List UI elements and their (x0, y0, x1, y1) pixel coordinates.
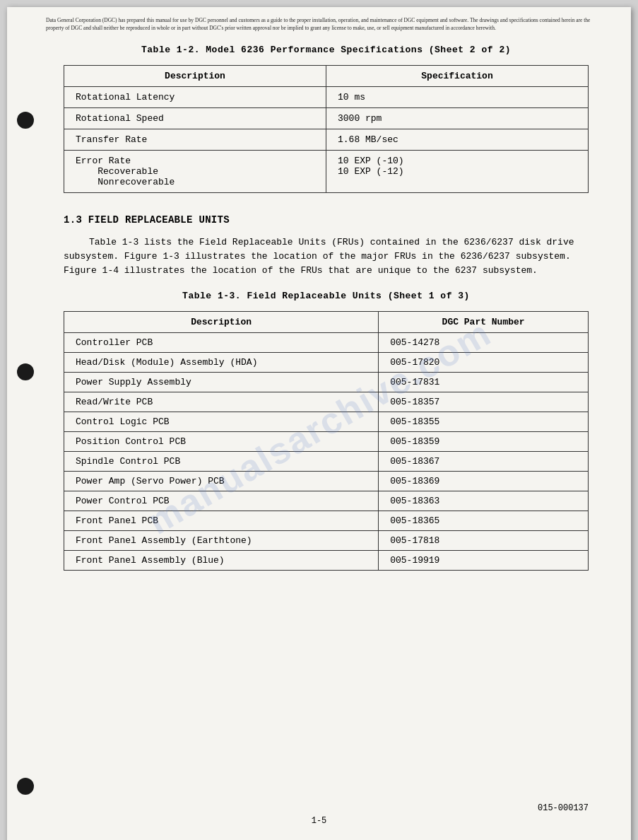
section-heading: 1.3 FIELD REPLACEABLE UNITS (64, 214, 589, 226)
table-row: Controller PCB005-14278 (64, 333, 589, 353)
table-row: Rotational Latency 10 ms (64, 87, 589, 108)
footer-doc-number: 015-000137 (7, 803, 631, 813)
table1-title: Table 1-2. Model 6236 Performance Specif… (64, 45, 589, 55)
spec-desc-1: Rotational Latency (64, 87, 326, 108)
footer-page-number: 1-5 (7, 816, 631, 826)
fru-desc-10: Front Panel Assembly (Earthtone) (64, 531, 379, 551)
spec-table-header-desc: Description (64, 66, 326, 87)
spec-desc-3: Transfer Rate (64, 129, 326, 151)
spec-val-2: 3000 rpm (326, 108, 589, 129)
table-row: Front Panel PCB005-18365 (64, 511, 589, 531)
table-row: Rotational Speed 3000 rpm (64, 108, 589, 129)
table-row: Position Control PCB005-18359 (64, 432, 589, 452)
fru-desc-8: Power Control PCB (64, 491, 379, 511)
fru-desc-6: Spindle Control PCB (64, 452, 379, 472)
fru-desc-0: Controller PCB (64, 333, 379, 353)
fru-table-header-part: DGC Part Number (379, 312, 589, 333)
section-body-text: Table 1-3 lists the Field Replaceable Un… (64, 235, 589, 278)
header-notice: Data General Corporation (DGC) has prepa… (7, 7, 631, 37)
fru-desc-5: Position Control PCB (64, 432, 379, 452)
table-row: Front Panel Assembly (Blue)005-19919 (64, 551, 589, 571)
table-row: Control Logic PCB005-18355 (64, 412, 589, 432)
footer-area: 015-000137 1-5 (7, 803, 631, 826)
fru-desc-2: Power Supply Assembly (64, 373, 379, 392)
spec-val-1: 10 ms (326, 87, 589, 108)
content-area: Table 1-2. Model 6236 Performance Specif… (7, 45, 631, 599)
table-row: Front Panel Assembly (Earthtone)005-1781… (64, 531, 589, 551)
fru-part-4: 005-18355 (379, 412, 589, 432)
bullet-dot-1 (17, 112, 34, 129)
fru-part-0: 005-14278 (379, 333, 589, 353)
bullet-dot-2 (17, 363, 34, 380)
spec-desc-4: Error Rate Recoverable Nonrecoverable (64, 151, 326, 193)
fru-part-2: 005-17831 (379, 373, 589, 392)
fru-part-6: 005-18367 (379, 452, 589, 472)
table-row: Power Amp (Servo Power) PCB005-18369 (64, 472, 589, 491)
fru-part-7: 005-18369 (379, 472, 589, 491)
spec-val-3: 1.68 MB/sec (326, 129, 589, 151)
table-row: Read/Write PCB005-18357 (64, 392, 589, 412)
spec-val-4: 10 EXP (-10) 10 EXP (-12) (326, 151, 589, 193)
fru-part-11: 005-19919 (379, 551, 589, 571)
table-row: Transfer Rate 1.68 MB/sec (64, 129, 589, 151)
fru-part-10: 005-17818 (379, 531, 589, 551)
table-row: Power Control PCB005-18363 (64, 491, 589, 511)
page: manualsarchive.com Data General Corporat… (7, 7, 631, 840)
fru-desc-9: Front Panel PCB (64, 511, 379, 531)
fru-part-9: 005-18365 (379, 511, 589, 531)
bullet-dot-3 (17, 778, 34, 795)
fru-desc-11: Front Panel Assembly (Blue) (64, 551, 379, 571)
spec-table-header-spec: Specification (326, 66, 589, 87)
table-row: Power Supply Assembly005-17831 (64, 373, 589, 392)
spec-table: Description Specification Rotational Lat… (64, 65, 589, 193)
fru-table-header-desc: Description (64, 312, 379, 333)
fru-part-8: 005-18363 (379, 491, 589, 511)
fru-desc-3: Read/Write PCB (64, 392, 379, 412)
spec-desc-2: Rotational Speed (64, 108, 326, 129)
fru-part-1: 005-17820 (379, 353, 589, 373)
table-row: Head/Disk (Module) Assembly (HDA)005-178… (64, 353, 589, 373)
fru-desc-4: Control Logic PCB (64, 412, 379, 432)
fru-table: Description DGC Part Number Controller P… (64, 311, 589, 571)
table-row: Spindle Control PCB005-18367 (64, 452, 589, 472)
fru-desc-7: Power Amp (Servo Power) PCB (64, 472, 379, 491)
table2-title: Table 1-3. Field Replaceable Units (Shee… (64, 291, 589, 301)
fru-desc-1: Head/Disk (Module) Assembly (HDA) (64, 353, 379, 373)
fru-part-5: 005-18359 (379, 432, 589, 452)
table-row: Error Rate Recoverable Nonrecoverable 10… (64, 151, 589, 193)
fru-part-3: 005-18357 (379, 392, 589, 412)
